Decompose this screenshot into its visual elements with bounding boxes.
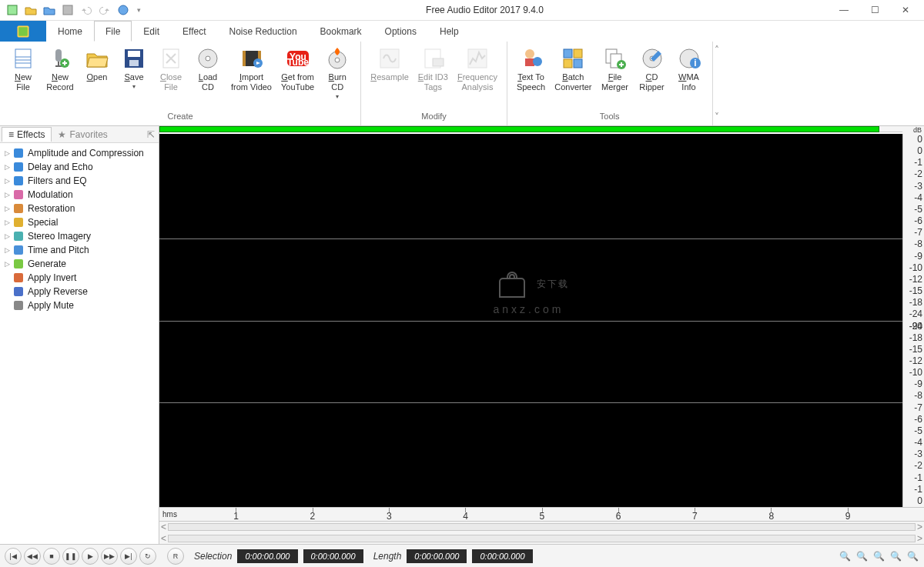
menu-tab-noise-reduction[interactable]: Noise Reduction (218, 21, 309, 42)
qat-undo-icon[interactable] (79, 2, 94, 18)
zoom-in-h-icon[interactable]: 🔍 (838, 549, 852, 563)
ribbon-close-file-button: CloseFile (152, 45, 189, 94)
ribbon-save-button[interactable]: Save▾ (116, 45, 152, 92)
db-tick: -6 (914, 215, 922, 226)
ribbon-down-icon[interactable]: ˅ (715, 112, 727, 122)
menu-tab-bookmark[interactable]: Bookmark (309, 21, 373, 42)
ribbon-wma-info-button[interactable]: iWMAInfo (671, 45, 708, 94)
qat-open-icon[interactable] (23, 2, 38, 18)
tree-item-special[interactable]: ▷Special (2, 215, 157, 229)
svg-rect-51 (14, 273, 23, 282)
transport-loop-button[interactable]: ↻ (139, 548, 156, 565)
time-ruler[interactable]: hms 123456789 (159, 507, 924, 521)
menu-tab-edit[interactable]: Edit (132, 21, 171, 42)
svg-rect-31 (574, 49, 582, 58)
tree-item-delay-and-echo[interactable]: ▷Delay and Echo (2, 160, 157, 174)
tab-effects-label: Effects (17, 129, 45, 140)
ribbon-label: File (608, 72, 622, 82)
expand-arrow-icon: ▷ (5, 205, 12, 212)
waveform-overview[interactable] (159, 126, 902, 132)
qat-redo-icon[interactable] (97, 2, 112, 18)
qat-save-icon[interactable] (60, 2, 75, 18)
ribbon-file-merger-button[interactable]: FileMerger (597, 45, 634, 94)
tree-item-label: Restoration (28, 203, 75, 214)
ribbon-label: New (52, 72, 69, 82)
sidebar-expand-icon[interactable]: ⇱ (145, 129, 157, 140)
tree-item-label: Stereo Imagery (28, 231, 91, 242)
tree-item-generate[interactable]: ▷Generate (2, 257, 157, 271)
close-button[interactable]: ✕ (890, 0, 921, 21)
ribbon-load-cd-button[interactable]: LoadCD (189, 45, 226, 94)
ribbon-get-youtube-button[interactable]: YouTubeGet fromYouTube (276, 45, 319, 94)
db-tick: -12 (909, 274, 922, 285)
zoom-in-v-icon[interactable]: 🔍 (889, 549, 902, 563)
svg-rect-43 (14, 162, 23, 172)
zoom-out-v-icon[interactable]: 🔍 (906, 549, 919, 563)
ribbon-burn-cd-button[interactable]: BurnCD▾ (319, 45, 356, 102)
resample-icon (377, 46, 402, 71)
get-youtube-icon: YouTube (286, 46, 310, 71)
new-record-icon (48, 46, 72, 71)
waveform-canvas[interactable]: 安下载 anxz.com (159, 134, 902, 507)
menu-tab-options[interactable]: Options (373, 21, 428, 42)
tab-effects[interactable]: ≡Effects (2, 127, 52, 142)
transport-end-button[interactable]: ▶| (120, 548, 137, 565)
qat-open2-icon[interactable] (42, 2, 57, 18)
tree-item-modulation[interactable]: ▷Modulation (2, 188, 157, 202)
transport-record-button[interactable]: R (167, 548, 184, 565)
ribbon-new-file-button[interactable]: NewFile (5, 45, 42, 94)
transport-stop-button[interactable]: ■ (43, 548, 60, 565)
qat-web-icon[interactable] (116, 2, 131, 18)
tree-item-time-and-pitch[interactable]: ▷Time and Pitch (2, 243, 157, 257)
transport-rewind-button[interactable]: ◀◀ (24, 548, 41, 565)
tree-item-apply-mute[interactable]: Apply Mute (2, 299, 157, 312)
svg-rect-1 (63, 5, 72, 15)
qat-new-icon[interactable] (5, 2, 20, 18)
time-tick: 8 (768, 511, 774, 522)
zoom-out-h-icon[interactable]: 🔍 (855, 549, 869, 563)
file-merger-icon (603, 46, 628, 71)
db-tick: -5 (914, 425, 922, 436)
transport-play-button[interactable]: ▶ (82, 548, 99, 565)
effect-icon (12, 258, 25, 270)
hscroll-2[interactable]: <> (159, 533, 924, 545)
ribbon-new-record-button[interactable]: NewRecord (42, 45, 79, 94)
db-tick: -15 (909, 285, 922, 296)
menu-tab-effect[interactable]: Effect (171, 21, 217, 42)
transport-forward-button[interactable]: ▶▶ (101, 548, 118, 565)
transport-begin-button[interactable]: |◀ (5, 548, 22, 565)
save-icon (122, 46, 146, 71)
ribbon-import-video-button[interactable]: Importfrom Video (226, 45, 276, 94)
zoom-fit-icon[interactable]: 🔍 (872, 549, 886, 563)
ribbon-cd-ripper-button[interactable]: CDRipper (634, 45, 671, 94)
db-tick: 0 (917, 495, 922, 506)
transport-pause-button[interactable]: ❚❚ (62, 548, 79, 565)
db-tick: -9 (914, 251, 922, 262)
ribbon-tts-button[interactable]: Text ToSpeech (512, 45, 550, 94)
ribbon-up-icon[interactable]: ˄ (715, 45, 727, 55)
db-tick: -8 (914, 238, 922, 249)
tree-item-stereo-imagery[interactable]: ▷Stereo Imagery (2, 229, 157, 243)
minimize-button[interactable]: — (829, 0, 859, 21)
time-tick: 9 (845, 511, 851, 522)
menu-tab-help[interactable]: Help (428, 21, 470, 42)
tree-item-filters-and-eq[interactable]: ▷Filters and EQ (2, 174, 157, 188)
ribbon-batch-conv-button[interactable]: BatchConverter (550, 45, 596, 94)
close-file-icon (159, 46, 183, 71)
ribbon-open-button[interactable]: Open (79, 45, 116, 84)
effect-icon (12, 202, 25, 215)
tree-item-apply-invert[interactable]: Apply Invert (2, 271, 157, 285)
ribbon-label: Resample (370, 72, 409, 82)
tree-item-restoration[interactable]: ▷Restoration (2, 202, 157, 215)
hscroll-1[interactable]: <> (159, 522, 924, 533)
app-menu-button[interactable] (0, 21, 46, 42)
tree-item-amplitude-and-compression[interactable]: ▷Amplitude and Compression (2, 146, 157, 160)
menu-tab-file[interactable]: File (94, 21, 132, 42)
tree-item-apply-reverse[interactable]: Apply Reverse (2, 285, 157, 299)
maximize-button[interactable]: ☐ (859, 0, 890, 21)
ribbon-label: Edit ID3 (418, 72, 448, 82)
db-tick: -7 (914, 402, 922, 413)
menu-tab-home[interactable]: Home (46, 21, 94, 42)
effect-icon (12, 244, 25, 256)
tab-favorites[interactable]: ★Favorites (52, 128, 113, 142)
